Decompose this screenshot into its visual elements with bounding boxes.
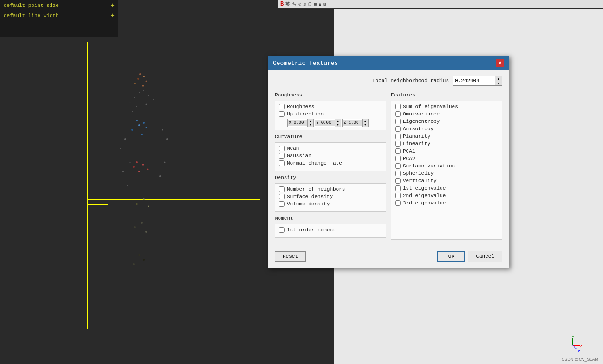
point-size-controls: — + bbox=[105, 2, 115, 9]
radius-spin-down-button[interactable]: ▼ bbox=[495, 81, 502, 85]
y-input[interactable] bbox=[315, 120, 335, 126]
svg-point-13 bbox=[124, 138, 126, 140]
watermark: CSDN @CV_SLAM bbox=[562, 357, 598, 362]
z-spin-down-button[interactable]: ▼ bbox=[363, 123, 368, 127]
radius-spinner: ▲ ▼ bbox=[495, 76, 502, 85]
line-width-decrease-button[interactable]: — bbox=[105, 13, 109, 19]
radius-label: Local neighborhood radius bbox=[372, 78, 449, 83]
sum-of-eigenvalues-checkbox[interactable] bbox=[395, 104, 401, 109]
z-input[interactable] bbox=[343, 120, 362, 126]
dialog-close-button[interactable]: × bbox=[496, 59, 504, 67]
svg-point-43 bbox=[141, 222, 143, 224]
moment-header: Moment bbox=[275, 216, 386, 221]
svg-point-29 bbox=[136, 120, 138, 121]
first-order-moment-checkbox[interactable] bbox=[279, 227, 285, 233]
sum-of-eigenvalues-row: Sum of eigenvalues bbox=[395, 104, 498, 109]
eigenentropy-checkbox[interactable] bbox=[395, 119, 401, 124]
right-column: Features Sum of eigenvalues Omnivariance… bbox=[391, 92, 502, 242]
features-header: Features bbox=[391, 92, 502, 98]
svg-point-47 bbox=[143, 259, 145, 261]
x-spin-down-button[interactable]: ▼ bbox=[308, 123, 313, 127]
anisotropy-checkbox[interactable] bbox=[395, 126, 401, 132]
x-input-group: ▲ ▼ bbox=[287, 119, 314, 127]
svg-point-30 bbox=[143, 122, 145, 124]
footer-left: Reset bbox=[275, 251, 437, 262]
point-size-increase-button[interactable]: + bbox=[111, 2, 115, 9]
pca1-checkbox[interactable] bbox=[395, 148, 401, 154]
second-eigenvalue-checkbox[interactable] bbox=[395, 193, 401, 198]
x-input[interactable] bbox=[288, 120, 307, 126]
pca2-checkbox[interactable] bbox=[395, 156, 401, 161]
curvature-section-box: Mean Gaussian Normal change rate bbox=[275, 142, 386, 171]
dialog-title: Geometric features bbox=[273, 60, 338, 67]
toolbar-icon-4: ♬ bbox=[303, 2, 306, 7]
point-size-decrease-button[interactable]: — bbox=[105, 2, 109, 9]
top-toolbar: B 英 ち ⊙ ♬ ⬡ ▦ ♟ ⊞ bbox=[278, 0, 603, 8]
toolbar-icon-2: ち bbox=[292, 1, 297, 7]
surface-density-checkbox-row: Surface density bbox=[279, 194, 382, 199]
omnivariance-checkbox[interactable] bbox=[395, 111, 401, 117]
volume-density-label: Volume density bbox=[287, 201, 330, 207]
linearity-checkbox[interactable] bbox=[395, 141, 401, 147]
svg-point-34 bbox=[141, 134, 143, 135]
third-eigenvalue-checkbox[interactable] bbox=[395, 200, 401, 206]
density-section-box: Number of neighbors Surface density Volu… bbox=[275, 183, 386, 212]
roughness-section-box: Roughness Up direction ▲ bbox=[275, 101, 386, 130]
surface-variation-checkbox[interactable] bbox=[395, 163, 401, 169]
curvature-section: Curvature Mean Gaussian Normal change bbox=[275, 134, 386, 171]
line-width-increase-button[interactable]: + bbox=[111, 13, 115, 19]
x-spin-up-button[interactable]: ▲ bbox=[308, 119, 313, 123]
svg-point-37 bbox=[133, 166, 135, 168]
svg-point-9 bbox=[136, 106, 137, 107]
reset-button[interactable]: Reset bbox=[275, 251, 306, 262]
y-spin-up-button[interactable]: ▲ bbox=[335, 119, 341, 123]
svg-point-17 bbox=[130, 162, 131, 163]
roughness-header: Roughness bbox=[275, 92, 386, 98]
surface-variation-label: Surface variation bbox=[403, 163, 455, 169]
toolbar-icon-7: ♟ bbox=[318, 1, 321, 7]
svg-point-45 bbox=[145, 231, 147, 233]
cancel-button[interactable]: Cancel bbox=[468, 251, 502, 262]
svg-point-24 bbox=[143, 76, 145, 77]
linearity-row: Linearity bbox=[395, 141, 498, 147]
roughness-checkbox[interactable] bbox=[279, 104, 285, 109]
third-eigenvalue-label: 3rd eigenvalue bbox=[403, 200, 446, 206]
dialog-footer: Reset OK Cancel bbox=[268, 247, 509, 268]
sphericity-checkbox[interactable] bbox=[395, 171, 401, 176]
verticality-checkbox[interactable] bbox=[395, 178, 401, 184]
svg-point-35 bbox=[136, 161, 138, 163]
svg-point-44 bbox=[134, 226, 136, 228]
svg-point-18 bbox=[157, 153, 158, 153]
second-eigenvalue-row: 2nd eigenvalue bbox=[395, 193, 498, 198]
radius-spin-up-button[interactable]: ▲ bbox=[495, 76, 502, 81]
svg-point-39 bbox=[138, 171, 140, 172]
mean-checkbox-row: Mean bbox=[279, 146, 382, 151]
svg-point-46 bbox=[138, 254, 140, 256]
svg-point-41 bbox=[136, 203, 138, 205]
axis-indicator: X Y Z bbox=[564, 336, 582, 357]
number-of-neighbors-checkbox[interactable] bbox=[279, 186, 285, 192]
moment-section: Moment 1st order moment bbox=[275, 216, 386, 238]
z-spin-up-button[interactable]: ▲ bbox=[363, 119, 368, 123]
normal-change-rate-checkbox[interactable] bbox=[279, 160, 285, 166]
planarity-checkbox[interactable] bbox=[395, 134, 401, 139]
roughness-section-header: Roughness Roughness Up direction bbox=[275, 92, 386, 130]
ok-button[interactable]: OK bbox=[437, 251, 465, 262]
sphericity-row: Sphericity bbox=[395, 171, 498, 176]
y-input-group: ▲ ▼ bbox=[315, 119, 341, 127]
y-spin-down-button[interactable]: ▼ bbox=[335, 123, 341, 127]
eigenentropy-label: Eigenentropy bbox=[403, 119, 440, 124]
gaussian-checkbox[interactable] bbox=[279, 153, 285, 159]
features-columns: Roughness Roughness Up direction bbox=[275, 92, 502, 242]
pca2-row: PCA2 bbox=[395, 156, 498, 161]
up-direction-checkbox[interactable] bbox=[279, 111, 285, 117]
first-eigenvalue-checkbox[interactable] bbox=[395, 185, 401, 191]
svg-point-48 bbox=[133, 263, 135, 265]
toolbar-icon-8: ⊞ bbox=[323, 1, 326, 7]
svg-line-51 bbox=[573, 345, 577, 350]
mean-checkbox[interactable] bbox=[279, 146, 285, 151]
radius-input[interactable] bbox=[453, 77, 495, 84]
svg-point-19 bbox=[122, 171, 124, 172]
surface-density-checkbox[interactable] bbox=[279, 194, 285, 199]
volume-density-checkbox[interactable] bbox=[279, 201, 285, 207]
